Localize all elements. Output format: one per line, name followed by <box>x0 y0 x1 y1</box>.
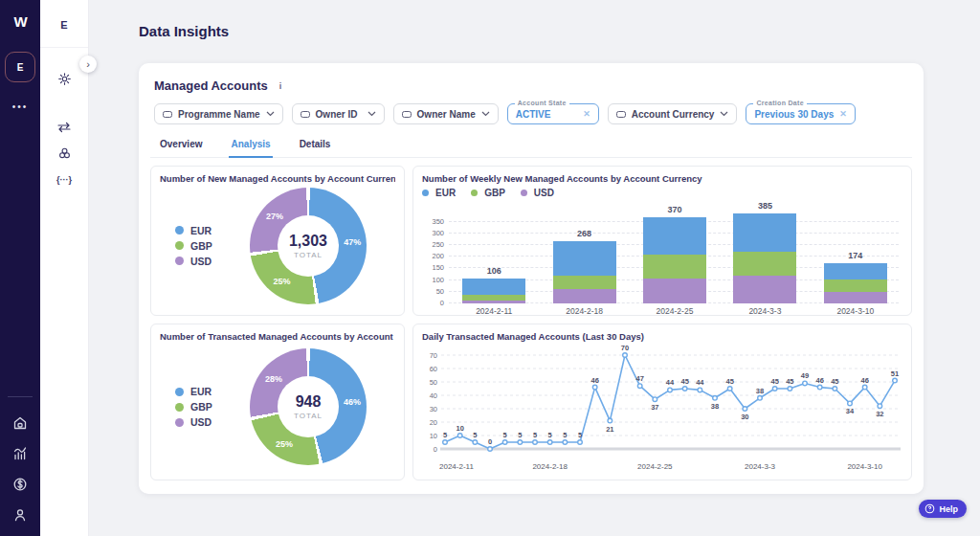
y-axis-tick-label: 300 <box>422 229 444 237</box>
chart-legend: EURGBPUSD <box>422 187 902 199</box>
clear-filter-icon[interactable]: ✕ <box>583 109 590 119</box>
filter-bar: Programme Name Owner ID Owner Name Accou… <box>150 103 912 124</box>
legend-item-eur[interactable]: EUR <box>175 225 234 236</box>
filter-owner-name[interactable]: Owner Name <box>393 103 499 124</box>
managed-accounts-panel: Managed Accounts i Programme Name Owner … <box>139 63 924 494</box>
filter-owner-id[interactable]: Owner ID <box>292 103 385 124</box>
legend-dot-icon <box>422 190 429 196</box>
data-point <box>803 381 808 386</box>
chart-title: Number of Transacted Managed Accounts by… <box>160 331 395 342</box>
data-point <box>878 404 882 409</box>
data-point <box>473 440 478 445</box>
clear-filter-icon[interactable]: ✕ <box>839 109 847 119</box>
data-point <box>817 385 822 390</box>
currency-icon[interactable] <box>12 476 29 492</box>
legend-item-usd[interactable]: USD <box>521 188 554 198</box>
data-point-label: 44 <box>666 378 675 387</box>
home-icon[interactable] <box>12 414 29 431</box>
data-point-label: 46 <box>815 376 823 385</box>
data-point-label: 21 <box>606 425 613 434</box>
legend-item-usd[interactable]: USD <box>175 256 234 267</box>
code-braces-icon[interactable]: {···} <box>56 171 73 189</box>
legend-item-eur[interactable]: EUR <box>175 386 234 397</box>
bar-area: 106268370385174 <box>449 203 899 303</box>
transfers-swap-icon[interactable] <box>56 119 73 136</box>
data-point <box>623 353 628 358</box>
tab-analysis[interactable]: Analysis <box>229 134 272 158</box>
filter-programme-name[interactable]: Programme Name <box>154 103 283 124</box>
data-point <box>533 440 538 445</box>
data-point-label: 32 <box>876 410 883 418</box>
data-point <box>457 434 462 438</box>
y-axis-tick-label: 150 <box>422 263 444 272</box>
y-axis-tick-label: 50 <box>430 378 437 387</box>
legend-label: EUR <box>190 225 212 236</box>
workflow-knot-icon[interactable] <box>56 145 73 162</box>
tab-overview[interactable]: Overview <box>158 134 204 157</box>
filter-label: Account State <box>515 100 569 106</box>
bar-total-label: 268 <box>546 229 623 238</box>
settings-gear-icon[interactable] <box>56 70 73 87</box>
x-axis-tick-label: 2024-2-25 <box>657 306 694 316</box>
data-point-label: 45 <box>831 377 838 386</box>
legend-item-gbp[interactable]: GBP <box>175 401 234 413</box>
filter-account-currency[interactable]: Account Currency <box>608 103 738 124</box>
data-point-label: 45 <box>786 377 793 386</box>
legend-item-gbp[interactable]: GBP <box>471 188 505 198</box>
data-point <box>488 447 493 452</box>
chart-card-new-accounts-donut: Number of New Managed Accounts by Accoun… <box>150 166 405 316</box>
help-label: Help <box>939 504 958 514</box>
y-axis-tick-label: 30 <box>430 405 437 413</box>
legend-item-eur[interactable]: EUR <box>422 188 456 198</box>
y-axis-tick-label: 10 <box>430 432 437 440</box>
chart-title: Daily Transacted Managed Accounts (Last … <box>422 331 902 342</box>
data-point <box>608 418 612 423</box>
bar-segment-usd <box>643 279 706 303</box>
secondary-rail: E {···} › <box>40 0 89 536</box>
data-point <box>653 397 657 402</box>
chevron-down-icon <box>368 111 376 117</box>
x-axis-tick-label: 2024-3-3 <box>748 306 781 316</box>
legend-item-usd[interactable]: USD <box>175 416 234 428</box>
info-icon[interactable]: i <box>279 81 282 91</box>
filter-account-state[interactable]: Account State ACTIVE ✕ <box>507 103 599 124</box>
field-icon <box>402 111 412 118</box>
bar-segment-usd <box>824 292 887 303</box>
slice-percent-label: 27% <box>266 212 283 221</box>
data-point <box>518 440 523 445</box>
legend-dot-icon <box>175 257 184 265</box>
org-switcher-button[interactable]: E <box>5 52 35 82</box>
donut-chart: 948TOTAL46%25%28% <box>250 348 367 465</box>
environment-label: E <box>60 19 67 31</box>
primary-sidebar: W E ••• <box>0 0 40 536</box>
bar-segment-usd <box>733 276 796 303</box>
data-point <box>772 387 777 391</box>
data-point <box>788 387 792 391</box>
legend-label: USD <box>190 416 212 428</box>
slice-percent-label: 25% <box>273 277 290 286</box>
expand-rail-chevron-icon[interactable]: › <box>79 56 97 73</box>
data-point-label: 38 <box>756 387 764 395</box>
y-axis-tick-label: 40 <box>430 391 437 400</box>
tab-details[interactable]: Details <box>298 134 333 157</box>
chart-card-daily-line: Daily Transacted Managed Accounts (Last … <box>412 324 912 480</box>
donut-chart: 1,303TOTAL47%25%27% <box>250 188 367 304</box>
slice-percent-label: 25% <box>276 439 293 449</box>
help-button[interactable]: Help <box>919 500 967 518</box>
analytics-icon[interactable] <box>12 445 29 461</box>
data-point <box>563 440 568 445</box>
more-menu-icon[interactable]: ••• <box>12 101 29 112</box>
data-point-label: 49 <box>801 371 809 380</box>
data-point <box>668 388 673 392</box>
filter-creation-date[interactable]: Creation Date Previous 30 Days ✕ <box>746 103 855 124</box>
slice-percent-label: 47% <box>344 237 361 247</box>
user-icon[interactable] <box>12 506 29 523</box>
y-axis-tick-label: 100 <box>422 276 444 284</box>
main-content: Data Insights Managed Accounts i Program… <box>89 0 980 536</box>
legend-item-gbp[interactable]: GBP <box>175 240 234 252</box>
bar-segment-eur <box>643 217 706 255</box>
legend-dot-icon <box>175 226 184 234</box>
data-point-label: 5 <box>563 431 567 439</box>
data-point <box>833 387 837 391</box>
legend-dot-icon <box>175 241 184 250</box>
